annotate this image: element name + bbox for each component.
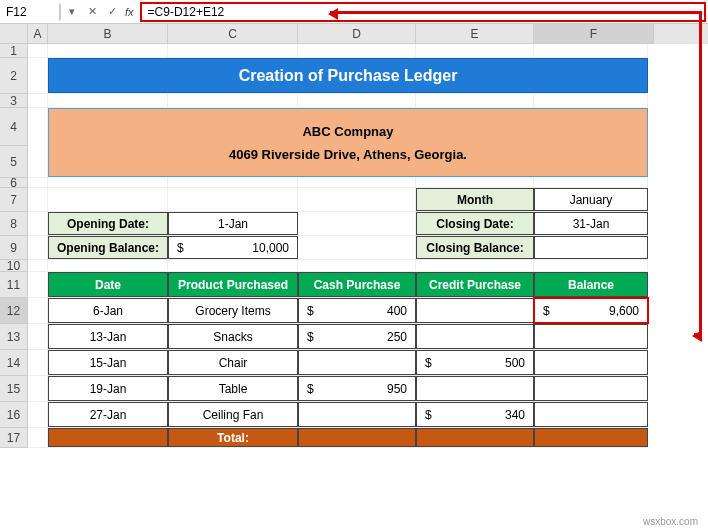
enter-icon[interactable]: ✓ — [105, 5, 119, 19]
row-header-7[interactable]: 7 — [0, 188, 28, 212]
row-header-4[interactable]: 4 — [0, 108, 28, 146]
opening-date-label[interactable]: Opening Date: — [48, 212, 168, 235]
cell-product[interactable]: Chair — [168, 350, 298, 375]
closing-date-label[interactable]: Closing Date: — [416, 212, 534, 235]
cell-balance[interactable] — [534, 350, 648, 375]
row-header-12[interactable]: 12 — [0, 298, 28, 324]
total-credit[interactable] — [416, 428, 534, 447]
company-name: ABC Compnay — [49, 124, 647, 139]
table-row: 6-JanGrocery Items$400$9,600 — [28, 298, 648, 324]
cell-product[interactable]: Table — [168, 376, 298, 401]
cancel-icon[interactable]: ✕ — [85, 5, 99, 19]
total-balance[interactable] — [534, 428, 648, 447]
total-blank[interactable] — [48, 428, 168, 447]
cell-balance[interactable] — [534, 376, 648, 401]
opening-balance-label[interactable]: Opening Balance: — [48, 236, 168, 259]
annotation-arrow — [699, 11, 702, 334]
cell-cash[interactable]: $950 — [298, 376, 416, 401]
cell-credit[interactable] — [416, 298, 534, 323]
row-header-17[interactable]: 17 — [0, 428, 28, 448]
row-header-15[interactable]: 15 — [0, 376, 28, 402]
table-row: 15-JanChair$500 — [28, 350, 648, 376]
col-header-e[interactable]: E — [416, 24, 534, 44]
cell-product[interactable]: Ceiling Fan — [168, 402, 298, 427]
cell-date[interactable]: 15-Jan — [48, 350, 168, 375]
table-row: 19-JanTable$950 — [28, 376, 648, 402]
row-header-9[interactable]: 9 — [0, 236, 28, 260]
select-all-corner[interactable] — [0, 24, 28, 44]
col-header-f[interactable]: F — [534, 24, 654, 44]
dropdown-icon[interactable]: ▾ — [65, 5, 79, 19]
col-header-a[interactable]: A — [28, 24, 48, 44]
closing-date-value[interactable]: 31-Jan — [534, 212, 648, 235]
row-header-8[interactable]: 8 — [0, 212, 28, 236]
row-header-5[interactable]: 5 — [0, 146, 28, 178]
th-cash[interactable]: Cash Purchase — [298, 272, 416, 297]
month-value[interactable]: January — [534, 188, 648, 211]
annotation-arrow — [694, 333, 702, 336]
cell-product[interactable]: Snacks — [168, 324, 298, 349]
column-headers: A B C D E F — [0, 24, 708, 44]
cell-date[interactable]: 19-Jan — [48, 376, 168, 401]
total-label[interactable]: Total: — [168, 428, 298, 447]
month-label[interactable]: Month — [416, 188, 534, 211]
row-header-13[interactable]: 13 — [0, 324, 28, 350]
th-product[interactable]: Product Purchased — [168, 272, 298, 297]
cell-credit[interactable] — [416, 324, 534, 349]
total-cash[interactable] — [298, 428, 416, 447]
opening-balance-value[interactable]: $10,000 — [168, 236, 298, 259]
row-headers: 1234567891011121314151617 — [0, 44, 28, 448]
row-header-2[interactable]: 2 — [0, 58, 28, 94]
cell-cash[interactable]: $400 — [298, 298, 416, 323]
cell-cash[interactable] — [298, 350, 416, 375]
row-header-3[interactable]: 3 — [0, 94, 28, 108]
page-title: Creation of Purchase Ledger — [48, 58, 648, 93]
th-balance[interactable]: Balance — [534, 272, 648, 297]
row-header-16[interactable]: 16 — [0, 402, 28, 428]
closing-balance-value[interactable] — [534, 236, 648, 259]
col-header-b[interactable]: B — [48, 24, 168, 44]
col-header-d[interactable]: D — [298, 24, 416, 44]
closing-balance-label[interactable]: Closing Balance: — [416, 236, 534, 259]
cell-balance[interactable] — [534, 402, 648, 427]
row-header-6[interactable]: 6 — [0, 178, 28, 188]
cell-cash[interactable]: $250 — [298, 324, 416, 349]
th-date[interactable]: Date — [48, 272, 168, 297]
cell-date[interactable]: 27-Jan — [48, 402, 168, 427]
cell-balance[interactable] — [534, 324, 648, 349]
company-box: ABC Compnay 4069 Riverside Drive, Athens… — [48, 108, 648, 177]
company-address: 4069 Riverside Drive, Athens, Georgia. — [49, 147, 647, 162]
row-header-14[interactable]: 14 — [0, 350, 28, 376]
row-header-10[interactable]: 10 — [0, 260, 28, 272]
watermark: wsxbox.com — [643, 516, 698, 527]
table-row: 13-JanSnacks$250 — [28, 324, 648, 350]
cell-credit[interactable]: $500 — [416, 350, 534, 375]
cell-cash[interactable] — [298, 402, 416, 427]
th-credit[interactable]: Credit Purchase — [416, 272, 534, 297]
cell-date[interactable]: 13-Jan — [48, 324, 168, 349]
fx-icon[interactable]: fx — [125, 6, 134, 18]
name-box[interactable]: F12 — [0, 3, 60, 21]
cell-balance[interactable]: $9,600 — [534, 298, 648, 323]
annotation-arrow — [330, 11, 700, 14]
cell-date[interactable]: 6-Jan — [48, 298, 168, 323]
cell-product[interactable]: Grocery Items — [168, 298, 298, 323]
cell-credit[interactable]: $340 — [416, 402, 534, 427]
row-header-11[interactable]: 11 — [0, 272, 28, 298]
table-row: 27-JanCeiling Fan$340 — [28, 402, 648, 428]
col-header-c[interactable]: C — [168, 24, 298, 44]
formula-bar-icons: ▾ ✕ ✓ fx — [61, 5, 138, 19]
opening-date-value[interactable]: 1-Jan — [168, 212, 298, 235]
cell-credit[interactable] — [416, 376, 534, 401]
row-header-1[interactable]: 1 — [0, 44, 28, 58]
